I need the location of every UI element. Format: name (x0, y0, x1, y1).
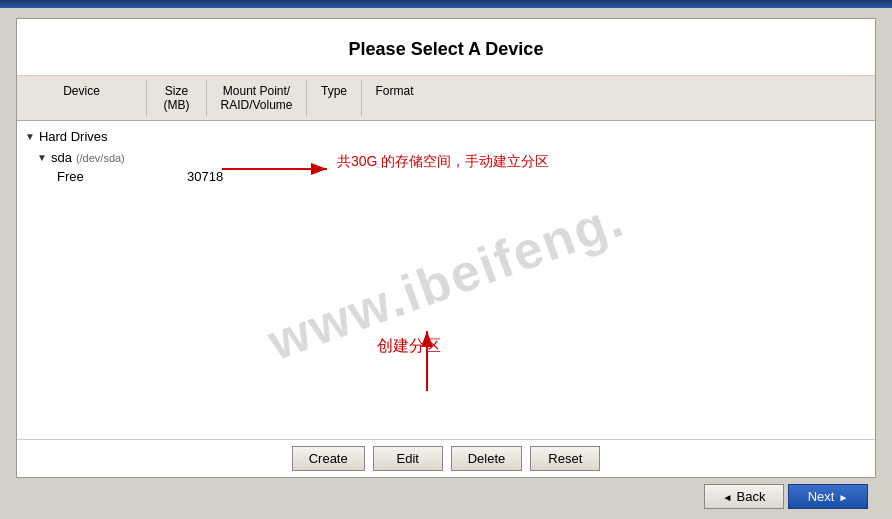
title-area: Please Select A Device (17, 19, 875, 76)
next-arrow-icon (838, 489, 848, 504)
annotation-text-2: 创建分区 (377, 336, 441, 357)
hard-drives-label: Hard Drives (39, 129, 108, 144)
list-item-hard-drives[interactable]: ▼ Hard Drives (17, 125, 875, 148)
free-label: Free (57, 169, 137, 184)
reset-button[interactable]: Reset (530, 446, 600, 471)
next-button[interactable]: Next (788, 484, 868, 509)
nav-buttons-bar: Back Next (16, 478, 876, 515)
col-header-device: Device (17, 80, 147, 116)
annotation-text-1: 共30G 的存储空间，手动建立分区 (337, 153, 549, 171)
free-size: 30718 (187, 169, 223, 184)
edit-button[interactable]: Edit (373, 446, 443, 471)
expand-icon-sda: ▼ (37, 152, 47, 163)
col-header-format: Format (362, 80, 427, 116)
expand-icon-hard-drives: ▼ (25, 131, 35, 142)
create-button[interactable]: Create (292, 446, 365, 471)
back-label: Back (737, 489, 766, 504)
col-header-type: Type (307, 80, 362, 116)
delete-button[interactable]: Delete (451, 446, 523, 471)
col-header-size: Size(MB) (147, 80, 207, 116)
sda-path: (/dev/sda) (76, 152, 125, 164)
top-bar (0, 0, 892, 8)
action-buttons-bar: Create Edit Delete Reset (17, 439, 875, 477)
back-button[interactable]: Back (704, 484, 784, 509)
table-header: Device Size(MB) Mount Point/RAID/Volume … (17, 76, 875, 121)
table-body: ▼ Hard Drives ▼ sda (/dev/sda) Free 3071… (17, 121, 875, 439)
col-header-mount: Mount Point/RAID/Volume (207, 80, 307, 116)
back-arrow-icon (723, 489, 733, 504)
nav-buttons: Back Next (704, 484, 876, 509)
annotation-arrow-2 (397, 321, 477, 401)
watermark: www.ibeifeng. (260, 188, 632, 372)
main-window: Please Select A Device Device Size(MB) M… (16, 18, 876, 478)
sda-label: sda (51, 150, 72, 165)
page-title: Please Select A Device (17, 39, 875, 60)
next-label: Next (808, 489, 835, 504)
